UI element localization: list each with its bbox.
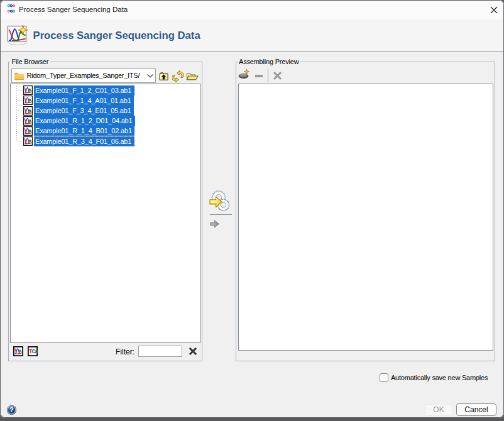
svg-text:?: ? bbox=[9, 406, 13, 413]
svg-text:A: A bbox=[35, 349, 38, 354]
